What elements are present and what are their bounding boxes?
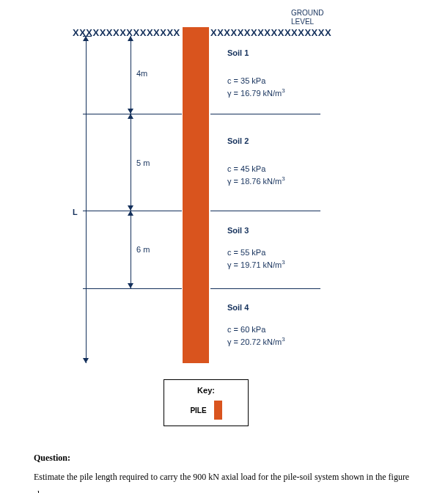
layer1-boundary-right [210,114,320,114]
pile-column [183,27,209,363]
dim-L-label: L [73,208,78,216]
dim-layer3-line [131,211,131,288]
soil2-c: c = 45 kPa [227,164,265,173]
dim-layer1-arrow-bot [128,109,133,114]
dim-layer1-label: 4m [136,69,147,78]
question-block: Question: Estimate the pile length requi… [34,449,430,493]
soil4-gamma: γ = 20.72 kN/m3 [227,336,285,346]
layer2-boundary-right [210,211,320,211]
soil1-gamma-text: γ = 16.79 kN/m [227,89,282,98]
ground-surface-right: XXXXXXXXXXXXXXXXXX [210,27,351,38]
soil1-gamma-exp: 3 [282,87,284,94]
soil4-gamma-exp: 3 [282,336,284,343]
legend-row: PILE [176,401,236,420]
soil3-title: Soil 3 [227,226,249,235]
soil1-gamma: γ = 16.79 kN/m3 [227,87,285,98]
soil3-gamma: γ = 19.71 kN/m3 [227,259,285,269]
soil4-c: c = 60 kPa [227,325,265,334]
question-body: Estimate the pile length required to car… [34,468,430,493]
dim-layer2-arrow-top [128,114,133,119]
dim-layer2-line [131,114,131,211]
soil3-c: c = 55 kPa [227,248,265,257]
dim-layer1-arrow-top [128,36,133,41]
soil3-gamma-text: γ = 19.71 kN/m [227,260,282,269]
question-heading: Question: [34,449,430,467]
legend-heading: Key: [176,386,236,395]
soil2-gamma: γ = 18.76 kN/m3 [227,175,285,186]
dim-L-line [86,36,87,363]
legend-item-label: PILE [190,406,206,415]
soil1-c: c = 35 kPa [227,76,265,85]
soil4-gamma-text: γ = 20.72 kN/m [227,337,282,346]
dim-layer3-arrow-top [128,211,133,216]
layer3-boundary-left [83,288,182,289]
dim-layer1-line [131,36,131,114]
soil4-title: Soil 4 [227,303,249,312]
soil2-gamma-exp: 3 [282,175,284,182]
legend-pile-swatch [214,401,222,420]
dim-layer2-arrow-bot [128,205,133,211]
soil1-title: Soil 1 [227,48,249,57]
dim-layer3-arrow-bot [128,283,133,288]
legend-box: Key: PILE [164,379,249,426]
dim-layer3-label: 6 m [136,245,150,254]
dim-L-arrow-bottom [83,358,89,363]
dim-layer2-label: 5 m [136,158,150,167]
ground-level-label-2: LEVEL [291,18,314,26]
soil2-gamma-text: γ = 18.76 kN/m [227,177,282,186]
soil3-gamma-exp: 3 [282,259,284,266]
dim-L-arrow-top [83,36,89,41]
ground-level-label-1: GROUND [291,9,323,17]
soil2-title: Soil 2 [227,136,249,145]
diagram-canvas: GROUND LEVEL XXXXXXXXXXXXXXXX XXXXXXXXXX… [0,0,448,493]
layer3-boundary-right [210,288,320,289]
